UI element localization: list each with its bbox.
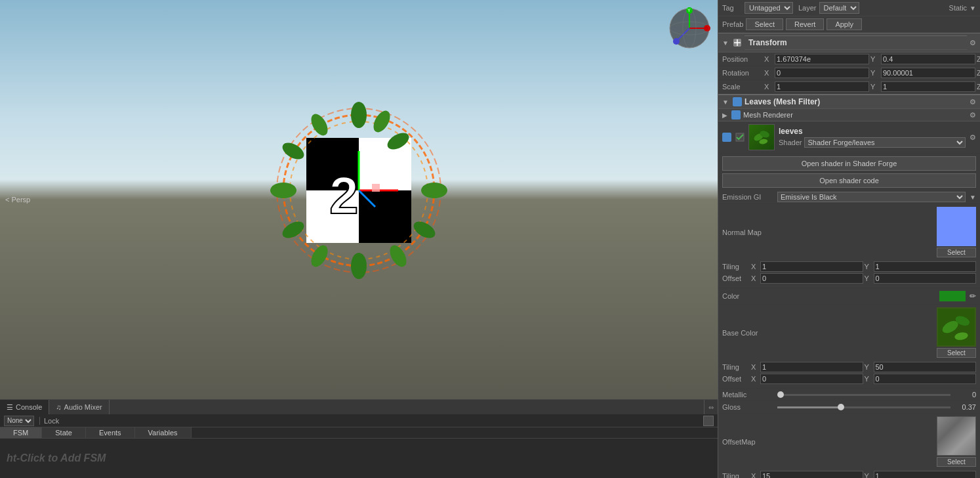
rotation-label: Rotation (722, 69, 762, 77)
layer-label: Layer (798, 4, 817, 12)
normal-tiling-y[interactable] (874, 261, 977, 272)
prefab-select-button[interactable]: Select (746, 18, 783, 30)
transform-gear[interactable]: ⚙ (970, 39, 976, 47)
svg-point-17 (270, 183, 296, 198)
offsetmap-header: OffsetMap Select (718, 414, 980, 469)
material-gear[interactable]: ⚙ (970, 133, 976, 142)
open-shader-code-button[interactable]: Open shader code (722, 173, 976, 188)
shader-label: Shader (779, 139, 802, 146)
none-dropdown[interactable]: None (4, 416, 34, 426)
normal-offset-x[interactable] (760, 273, 863, 284)
leaves-gear[interactable]: ⚙ (970, 98, 976, 106)
pos-y-input[interactable] (881, 54, 975, 64)
tag-layer-row: Tag Untagged Layer Default Static ▼ (718, 0, 980, 16)
checkbox-icon (735, 133, 745, 142)
base-offset-row: Offset X Y (722, 374, 976, 384)
shader-dropdown[interactable]: Shader Forge/leaves (804, 137, 966, 148)
leaves-mesh-filter-header[interactable]: ▼ Leaves (Mesh Filter) ⚙ (718, 94, 980, 109)
variables-tab[interactable]: Variables (135, 427, 192, 438)
gloss-value: 0.37 (953, 403, 976, 411)
base-offset-label: Offset (722, 375, 748, 383)
prefab-revert-button[interactable]: Revert (786, 18, 824, 30)
bottom-tabs: ☰ Console ♫ Audio Mixer ⇔ (0, 400, 718, 414)
rotation-row: Rotation X Y Z (718, 66, 980, 80)
scale-y-input[interactable] (881, 81, 975, 92)
bottom-panel: ☰ Console ♫ Audio Mixer ⇔ None Lock (0, 399, 718, 478)
leaves-arrow: ▼ (722, 98, 729, 106)
normal-select-button[interactable]: Select (937, 248, 976, 257)
console-tab[interactable]: ☰ Console (0, 400, 49, 414)
pos-x-input[interactable] (775, 54, 869, 64)
color-swatch[interactable] (939, 291, 966, 301)
transform-header[interactable]: ▼ Transform ⚙ (718, 33, 980, 53)
gloss-label: Gloss (722, 403, 775, 411)
rot-y-input[interactable] (881, 68, 975, 78)
fsm-tab[interactable]: FSM (0, 427, 42, 438)
fsm-hint: ht-Click to Add FSM (7, 452, 106, 464)
position-label: Position (722, 55, 762, 63)
base-color-header: Base Color Select (718, 305, 980, 360)
metallic-slider[interactable] (777, 394, 950, 396)
color-label: Color (722, 292, 935, 300)
metallic-label: Metallic (722, 391, 775, 399)
scale-row: Scale X Y Z (718, 80, 980, 94)
audio-icon: ♫ (56, 403, 61, 411)
base-color-thumbnail[interactable] (937, 307, 976, 347)
mesh-renderer-gear[interactable]: ⚙ (970, 111, 976, 120)
persp-label: < Persp (5, 196, 30, 204)
transform-icon (733, 38, 742, 47)
tag-dropdown[interactable]: Untagged (745, 2, 793, 14)
normal-map-section: Normal Map Select Tiling X Y (718, 204, 980, 288)
base-offset-y[interactable] (874, 374, 977, 384)
scale-label: Scale (722, 83, 762, 91)
layer-dropdown[interactable]: Default (819, 2, 859, 14)
scene-object: 2 2 (267, 98, 451, 282)
gloss-slider[interactable] (777, 406, 950, 408)
normal-map-thumbnail[interactable] (937, 207, 976, 246)
offset-select-button[interactable]: Select (937, 457, 976, 467)
base-offset-x[interactable] (760, 374, 863, 384)
scale-x-input[interactable] (775, 81, 869, 92)
material-header: leeves Shader Shader Forge/leaves ⚙ (718, 121, 980, 154)
offset-tiling-row: Tiling X Y (722, 471, 976, 478)
events-tab[interactable]: Events (86, 427, 135, 438)
base-color-label: Base Color (722, 329, 933, 337)
normal-tiling-x[interactable] (760, 261, 863, 272)
offset-tiling-x[interactable] (760, 471, 863, 478)
grid-icon[interactable] (703, 416, 714, 426)
base-tiling-x[interactable] (760, 362, 863, 372)
viewport-gizmo[interactable]: Y (666, 5, 712, 51)
prefab-apply-button[interactable]: Apply (827, 18, 862, 30)
audio-mixer-tab[interactable]: ♫ Audio Mixer (49, 400, 109, 414)
state-tab[interactable]: State (42, 427, 86, 438)
normal-map-header: Normal Map Select (718, 204, 980, 260)
open-shader-forge-button[interactable]: Open shader in Shader Forge (722, 156, 976, 171)
base-tiling-y[interactable] (874, 362, 977, 372)
emission-gi-row: Emission GI Emissive Is Black ▼ (718, 190, 980, 204)
normal-tiling-row: Tiling X Y (722, 261, 976, 272)
offsetmap-section: OffsetMap Select Tiling X Y (718, 414, 980, 478)
material-thumbnail (748, 124, 775, 150)
mesh-renderer-icon (731, 110, 741, 120)
offset-tiling-offset: Tiling X Y Offset X Y (718, 469, 980, 478)
normal-offset-y[interactable] (874, 273, 977, 284)
svg-rect-23 (372, 184, 380, 192)
static-badge: Static (949, 4, 968, 12)
material-info: leeves Shader Shader Forge/leaves (779, 127, 966, 148)
base-select-button[interactable]: Select (937, 348, 976, 358)
material-name: leeves (779, 127, 966, 136)
offset-tiling-y[interactable] (874, 471, 977, 478)
rot-x-input[interactable] (775, 68, 869, 78)
position-row: Position X Y Z (718, 53, 980, 66)
normal-offset-row: Offset X Y (722, 273, 976, 284)
emission-gi-dropdown[interactable]: Emissive Is Black (777, 192, 966, 202)
svg-text:2: 2 (329, 166, 359, 225)
viewport[interactable]: 2 2 (0, 0, 718, 399)
offsetmap-thumbnail[interactable] (937, 416, 976, 456)
normal-offset-label: Offset (722, 274, 748, 282)
base-tiling-row: Tiling X Y (722, 362, 976, 372)
material-header-icon (722, 133, 731, 142)
pencil-icon[interactable]: ✏ (970, 292, 976, 301)
offsetmap-label: OffsetMap (722, 438, 933, 446)
mesh-renderer-row[interactable]: ▶ Mesh Renderer ⚙ (718, 109, 980, 121)
